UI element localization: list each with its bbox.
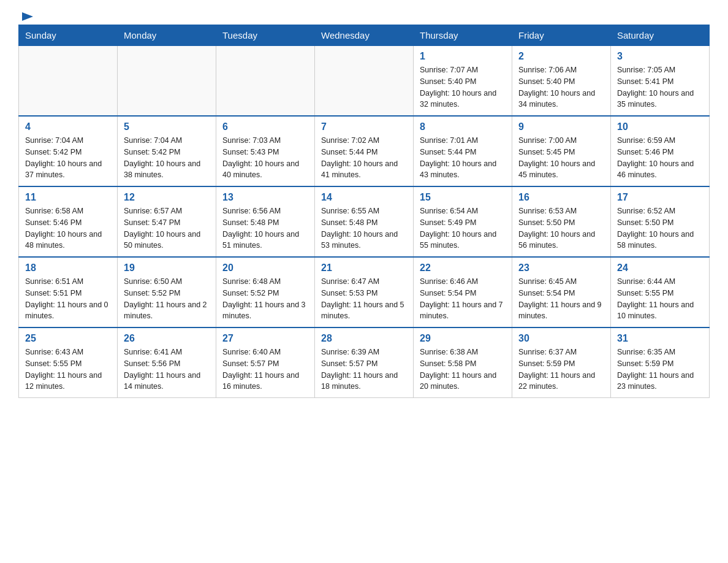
day-number: 10	[617, 121, 703, 132]
day-number: 28	[321, 333, 407, 344]
calendar-cell: 7Sunrise: 7:02 AMSunset: 5:44 PMDaylight…	[315, 116, 414, 186]
day-info: Sunrise: 6:48 AMSunset: 5:52 PMDaylight:…	[222, 276, 308, 322]
day-info: Sunrise: 6:52 AMSunset: 5:50 PMDaylight:…	[617, 205, 703, 251]
day-info: Sunrise: 6:35 AMSunset: 5:59 PMDaylight:…	[617, 347, 703, 393]
day-number: 4	[25, 121, 111, 132]
calendar-week-row: 1Sunrise: 7:07 AMSunset: 5:40 PMDaylight…	[19, 46, 710, 117]
day-number: 17	[617, 192, 703, 203]
calendar-header-thursday: Thursday	[414, 25, 512, 46]
calendar-header-monday: Monday	[118, 25, 216, 46]
calendar-header-row: SundayMondayTuesdayWednesdayThursdayFrid…	[19, 25, 710, 46]
day-number: 19	[124, 262, 210, 274]
calendar-cell: 26Sunrise: 6:41 AMSunset: 5:56 PMDayligh…	[118, 327, 216, 398]
calendar-header-sunday: Sunday	[19, 25, 118, 46]
page-header	[18, 12, 710, 18]
calendar-cell: 13Sunrise: 6:56 AMSunset: 5:48 PMDayligh…	[216, 186, 315, 257]
calendar-cell	[216, 46, 315, 117]
day-info: Sunrise: 7:00 AMSunset: 5:45 PMDaylight:…	[518, 135, 604, 181]
day-info: Sunrise: 6:58 AMSunset: 5:46 PMDaylight:…	[25, 205, 111, 251]
logo-arrow-icon	[22, 12, 33, 21]
calendar-cell: 21Sunrise: 6:47 AMSunset: 5:53 PMDayligh…	[315, 257, 414, 327]
day-number: 7	[321, 121, 407, 132]
day-number: 18	[25, 262, 111, 274]
day-info: Sunrise: 6:46 AMSunset: 5:54 PMDaylight:…	[420, 276, 506, 322]
calendar-cell: 4Sunrise: 7:04 AMSunset: 5:42 PMDaylight…	[19, 116, 118, 186]
calendar-week-row: 4Sunrise: 7:04 AMSunset: 5:42 PMDaylight…	[19, 116, 710, 186]
svg-marker-0	[22, 12, 33, 21]
day-number: 22	[420, 262, 506, 274]
calendar-cell: 10Sunrise: 6:59 AMSunset: 5:46 PMDayligh…	[611, 116, 710, 186]
calendar-cell: 22Sunrise: 6:46 AMSunset: 5:54 PMDayligh…	[414, 257, 512, 327]
day-number: 25	[25, 333, 111, 344]
calendar-cell: 9Sunrise: 7:00 AMSunset: 5:45 PMDaylight…	[512, 116, 611, 186]
day-info: Sunrise: 6:38 AMSunset: 5:58 PMDaylight:…	[420, 347, 506, 393]
day-info: Sunrise: 7:07 AMSunset: 5:40 PMDaylight:…	[420, 64, 506, 110]
calendar-cell: 31Sunrise: 6:35 AMSunset: 5:59 PMDayligh…	[611, 327, 710, 398]
logo	[18, 12, 33, 18]
calendar-header-tuesday: Tuesday	[216, 25, 315, 46]
calendar-cell: 24Sunrise: 6:44 AMSunset: 5:55 PMDayligh…	[611, 257, 710, 327]
day-info: Sunrise: 6:55 AMSunset: 5:48 PMDaylight:…	[321, 205, 407, 251]
day-info: Sunrise: 7:06 AMSunset: 5:40 PMDaylight:…	[518, 64, 604, 110]
day-number: 11	[25, 192, 111, 203]
day-info: Sunrise: 6:54 AMSunset: 5:49 PMDaylight:…	[420, 205, 506, 251]
day-info: Sunrise: 6:57 AMSunset: 5:47 PMDaylight:…	[124, 205, 210, 251]
calendar-cell: 29Sunrise: 6:38 AMSunset: 5:58 PMDayligh…	[414, 327, 512, 398]
day-number: 1	[420, 51, 506, 62]
day-info: Sunrise: 7:02 AMSunset: 5:44 PMDaylight:…	[321, 135, 407, 181]
calendar-cell: 20Sunrise: 6:48 AMSunset: 5:52 PMDayligh…	[216, 257, 315, 327]
calendar-cell: 15Sunrise: 6:54 AMSunset: 5:49 PMDayligh…	[414, 186, 512, 257]
day-number: 12	[124, 192, 210, 203]
day-info: Sunrise: 7:01 AMSunset: 5:44 PMDaylight:…	[420, 135, 506, 181]
day-info: Sunrise: 6:59 AMSunset: 5:46 PMDaylight:…	[617, 135, 703, 181]
day-number: 6	[222, 121, 308, 132]
calendar-cell: 5Sunrise: 7:04 AMSunset: 5:42 PMDaylight…	[118, 116, 216, 186]
calendar-cell: 19Sunrise: 6:50 AMSunset: 5:52 PMDayligh…	[118, 257, 216, 327]
calendar-header-wednesday: Wednesday	[315, 25, 414, 46]
day-number: 3	[617, 51, 703, 62]
day-number: 23	[518, 262, 604, 274]
day-info: Sunrise: 7:04 AMSunset: 5:42 PMDaylight:…	[25, 135, 111, 181]
day-info: Sunrise: 6:37 AMSunset: 5:59 PMDaylight:…	[518, 347, 604, 393]
day-info: Sunrise: 7:04 AMSunset: 5:42 PMDaylight:…	[124, 135, 210, 181]
calendar-cell: 8Sunrise: 7:01 AMSunset: 5:44 PMDaylight…	[414, 116, 512, 186]
day-info: Sunrise: 7:03 AMSunset: 5:43 PMDaylight:…	[222, 135, 308, 181]
day-info: Sunrise: 6:47 AMSunset: 5:53 PMDaylight:…	[321, 276, 407, 322]
day-number: 31	[617, 333, 703, 344]
day-info: Sunrise: 6:39 AMSunset: 5:57 PMDaylight:…	[321, 347, 407, 393]
calendar-cell: 18Sunrise: 6:51 AMSunset: 5:51 PMDayligh…	[19, 257, 118, 327]
calendar-cell: 28Sunrise: 6:39 AMSunset: 5:57 PMDayligh…	[315, 327, 414, 398]
calendar-cell: 17Sunrise: 6:52 AMSunset: 5:50 PMDayligh…	[611, 186, 710, 257]
day-number: 15	[420, 192, 506, 203]
calendar-cell: 16Sunrise: 6:53 AMSunset: 5:50 PMDayligh…	[512, 186, 611, 257]
day-number: 29	[420, 333, 506, 344]
day-info: Sunrise: 6:44 AMSunset: 5:55 PMDaylight:…	[617, 276, 703, 322]
day-info: Sunrise: 6:51 AMSunset: 5:51 PMDaylight:…	[25, 276, 111, 322]
calendar-cell: 23Sunrise: 6:45 AMSunset: 5:54 PMDayligh…	[512, 257, 611, 327]
day-number: 5	[124, 121, 210, 132]
calendar-cell	[118, 46, 216, 117]
day-number: 8	[420, 121, 506, 132]
day-number: 26	[124, 333, 210, 344]
calendar-header-friday: Friday	[512, 25, 611, 46]
day-number: 16	[518, 192, 604, 203]
day-info: Sunrise: 6:41 AMSunset: 5:56 PMDaylight:…	[124, 347, 210, 393]
day-number: 30	[518, 333, 604, 344]
day-number: 20	[222, 262, 308, 274]
calendar-header-saturday: Saturday	[611, 25, 710, 46]
day-info: Sunrise: 6:43 AMSunset: 5:55 PMDaylight:…	[25, 347, 111, 393]
day-info: Sunrise: 6:40 AMSunset: 5:57 PMDaylight:…	[222, 347, 308, 393]
calendar-cell: 2Sunrise: 7:06 AMSunset: 5:40 PMDaylight…	[512, 46, 611, 117]
day-number: 13	[222, 192, 308, 203]
calendar-cell: 25Sunrise: 6:43 AMSunset: 5:55 PMDayligh…	[19, 327, 118, 398]
calendar-cell: 3Sunrise: 7:05 AMSunset: 5:41 PMDaylight…	[611, 46, 710, 117]
calendar-week-row: 25Sunrise: 6:43 AMSunset: 5:55 PMDayligh…	[19, 327, 710, 398]
calendar-week-row: 11Sunrise: 6:58 AMSunset: 5:46 PMDayligh…	[19, 186, 710, 257]
calendar-table: SundayMondayTuesdayWednesdayThursdayFrid…	[18, 25, 710, 398]
calendar-cell: 12Sunrise: 6:57 AMSunset: 5:47 PMDayligh…	[118, 186, 216, 257]
day-number: 21	[321, 262, 407, 274]
day-info: Sunrise: 6:45 AMSunset: 5:54 PMDaylight:…	[518, 276, 604, 322]
day-number: 14	[321, 192, 407, 203]
calendar-week-row: 18Sunrise: 6:51 AMSunset: 5:51 PMDayligh…	[19, 257, 710, 327]
calendar-cell: 27Sunrise: 6:40 AMSunset: 5:57 PMDayligh…	[216, 327, 315, 398]
